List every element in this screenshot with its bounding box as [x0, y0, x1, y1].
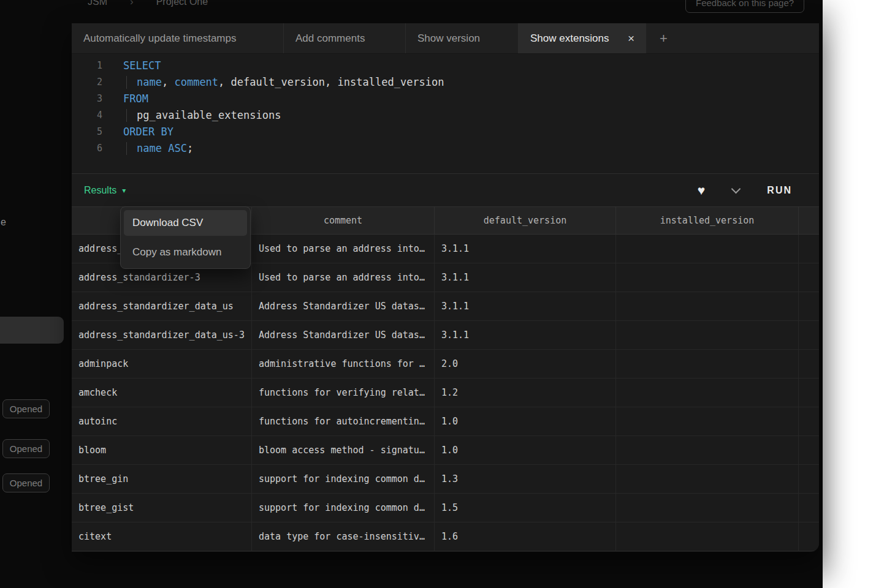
- code-line: 4pg_available_extensions: [72, 107, 819, 124]
- code-line: 5ORDER BY: [72, 124, 819, 140]
- close-tab-icon[interactable]: ×: [628, 32, 634, 44]
- table-row[interactable]: citextdata type for case-insensitiv…1.6: [72, 522, 819, 551]
- table-row[interactable]: amcheckfunctions for verifying relat…1.2: [72, 379, 819, 407]
- cell-name: adminpack: [72, 350, 252, 378]
- table-row[interactable]: adminpackadministrative functions for …2…: [72, 350, 819, 379]
- sql-editor-window: Automatically update timestampsAdd comme…: [72, 23, 819, 552]
- cell-installed-version: [616, 407, 799, 435]
- column-header-installed-version[interactable]: installed_version: [616, 207, 799, 234]
- tab-label: Automatically update timestamps: [83, 32, 236, 45]
- chevron-right-icon: ›: [130, 0, 134, 8]
- opened-badge: Opened: [2, 399, 50, 418]
- new-tab-button[interactable]: +: [660, 23, 668, 53]
- tab-label: Show version: [417, 32, 480, 45]
- cell-installed-version: [616, 465, 799, 493]
- tab-bar: Automatically update timestampsAdd comme…: [72, 23, 819, 54]
- table-row[interactable]: btree_gistsupport for indexing common d……: [72, 494, 819, 522]
- column-header-default-version[interactable]: default_version: [435, 207, 616, 234]
- breadcrumb-org[interactable]: JSM: [88, 0, 107, 8]
- cell-comment: support for indexing common d…: [252, 494, 435, 522]
- results-dropdown[interactable]: Results: [84, 185, 116, 196]
- opened-badge: Opened: [2, 473, 50, 492]
- cell-installed-version: [616, 292, 799, 320]
- cell-name: address_standardizer_data_us-3: [72, 321, 252, 349]
- sidebar-hover-item[interactable]: [0, 317, 64, 344]
- indent-guide: [126, 142, 127, 155]
- tab-label: Show extensions: [530, 32, 609, 45]
- cell-installed-version: [616, 235, 799, 263]
- table-row[interactable]: address_standardizer_data_usAddress Stan…: [72, 292, 819, 321]
- code-text: pg_available_extensions: [123, 107, 281, 124]
- cell-default-version: 2.0: [435, 350, 616, 378]
- table-row[interactable]: bloombloom access method - signatu…1.0: [72, 436, 819, 465]
- code-text: FROM: [123, 91, 148, 107]
- code-line: 2name, comment, default_version, install…: [72, 74, 819, 91]
- line-number: 3: [72, 91, 102, 107]
- cell-installed-version: [616, 436, 799, 464]
- cell-default-version: 1.0: [435, 407, 616, 435]
- line-number: 6: [72, 140, 102, 157]
- line-number: 2: [72, 74, 102, 91]
- results-toolbar: Results ▾ ♥ RUN: [72, 173, 819, 206]
- menu-item-copy-as-markdown[interactable]: Copy as markdown: [124, 239, 247, 265]
- cell-default-version: 1.0: [435, 436, 616, 464]
- line-number: 5: [72, 124, 102, 140]
- cell-installed-version: [616, 263, 799, 292]
- tab-automatically-update-timestamps[interactable]: Automatically update timestamps: [72, 23, 284, 53]
- menu-item-download-csv[interactable]: Download CSV: [124, 210, 247, 236]
- cell-comment: functions for autoincrementin…: [252, 407, 435, 435]
- opened-badge: Opened: [2, 439, 50, 458]
- tab-show-version[interactable]: Show version: [406, 23, 519, 53]
- cell-name: btree_gin: [72, 465, 252, 493]
- code-text: ORDER BY: [123, 124, 173, 140]
- cell-comment: Address Standardizer US datas…: [252, 321, 435, 349]
- tab-label: Add comments: [295, 32, 365, 45]
- breadcrumb: JSM › Project One: [88, 0, 208, 8]
- cell-default-version: 1.3: [435, 465, 616, 493]
- cell-installed-version: [616, 379, 799, 407]
- cell-comment: data type for case-insensitiv…: [252, 522, 435, 551]
- code-line: 1SELECT: [72, 58, 819, 74]
- cell-name: bloom: [72, 436, 252, 464]
- feedback-button[interactable]: Feedback on this page?: [685, 0, 804, 13]
- favorite-heart-icon[interactable]: ♥: [698, 184, 705, 197]
- code-text: name, comment, default_version, installe…: [123, 74, 444, 91]
- sql-code-editor[interactable]: 1SELECT2name, comment, default_version, …: [72, 54, 819, 173]
- editor-lines: 1SELECT2name, comment, default_version, …: [72, 58, 819, 157]
- cell-comment: Used to parse an address into…: [252, 263, 435, 292]
- run-button[interactable]: RUN: [767, 185, 792, 196]
- table-body: address_standardizerUsed to parse an add…: [72, 235, 819, 551]
- caret-down-icon[interactable]: ▾: [122, 186, 126, 195]
- cell-name: btree_gist: [72, 494, 252, 522]
- table-row[interactable]: btree_ginsupport for indexing common d…1…: [72, 465, 819, 494]
- cell-comment: Address Standardizer US datas…: [252, 292, 435, 320]
- breadcrumb-project[interactable]: Project One: [156, 0, 208, 8]
- cell-default-version: 3.1.1: [435, 292, 616, 320]
- tab-add-comments[interactable]: Add comments: [284, 23, 406, 53]
- cell-comment: functions for verifying relat…: [252, 379, 435, 407]
- cell-installed-version: [616, 494, 799, 522]
- code-line: 6name ASC;: [72, 140, 819, 157]
- cell-default-version: 3.1.1: [435, 321, 616, 349]
- cell-installed-version: [616, 350, 799, 378]
- tab-show-extensions[interactable]: Show extensions×: [519, 23, 646, 53]
- chevron-down-icon[interactable]: [731, 184, 741, 194]
- sidebar-text-fragment: e: [1, 217, 6, 228]
- table-row[interactable]: autoincfunctions for autoincrementin…1.0: [72, 407, 819, 436]
- cell-installed-version: [616, 522, 799, 551]
- cell-name: autoinc: [72, 407, 252, 435]
- cell-comment: Used to parse an address into…: [252, 235, 435, 263]
- indent-guide: [126, 109, 127, 122]
- cell-name: amcheck: [72, 379, 252, 407]
- code-line: 3FROM: [72, 91, 819, 107]
- table-row[interactable]: address_standardizer_data_us-3Address St…: [72, 321, 819, 350]
- column-header-comment[interactable]: comment: [252, 207, 435, 234]
- indent-guide: [126, 76, 127, 89]
- line-number: 1: [72, 58, 102, 74]
- line-number: 4: [72, 107, 102, 124]
- cell-default-version: 1.5: [435, 494, 616, 522]
- cell-comment: support for indexing common d…: [252, 465, 435, 493]
- results-context-menu: Download CSVCopy as markdown: [120, 206, 251, 269]
- cell-default-version: 3.1.1: [435, 263, 616, 292]
- cell-name: citext: [72, 522, 252, 551]
